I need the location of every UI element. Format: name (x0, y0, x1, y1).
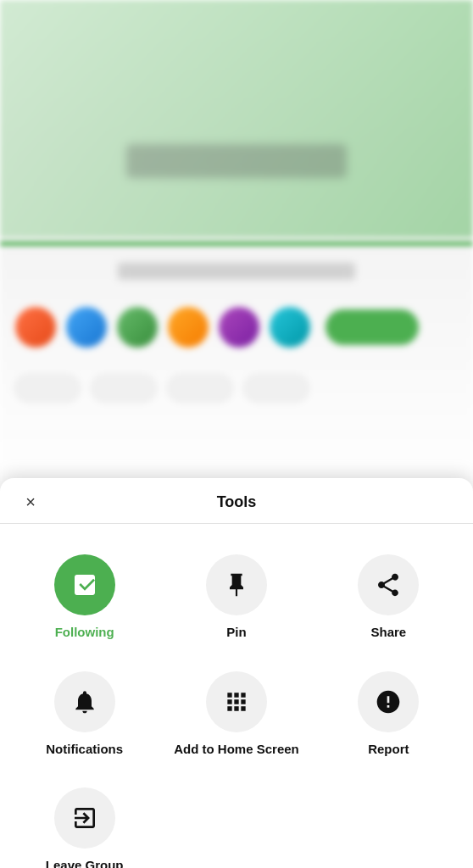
tools-bottom-sheet: × Tools Following Pin (0, 478, 473, 868)
following-icon-circle (54, 554, 115, 615)
avatar (14, 305, 58, 349)
report-label: Report (368, 741, 409, 758)
tab-photos (14, 373, 81, 403)
tool-add-home[interactable]: Add to Home Screen (160, 658, 312, 775)
background-blur (0, 0, 473, 492)
leave-group-label: Leave Group (46, 857, 124, 868)
avatar (115, 305, 159, 349)
notifications-label: Notifications (46, 741, 123, 758)
add-home-icon-circle (206, 671, 267, 732)
notifications-icon-circle (54, 671, 115, 732)
avatar-row (14, 305, 419, 349)
following-icon (71, 571, 98, 598)
follow-button-bg (326, 309, 419, 345)
leave-icon (71, 804, 98, 832)
pin-label: Pin (226, 624, 246, 641)
tab-row (14, 373, 310, 403)
tool-share[interactable]: Share (313, 541, 465, 658)
following-label: Following (55, 624, 114, 641)
pin-icon (223, 571, 250, 598)
share-icon (375, 571, 402, 598)
leave-icon-circle (54, 787, 115, 849)
bell-icon (71, 688, 98, 715)
share-label: Share (370, 624, 406, 641)
pin-icon-circle (206, 554, 267, 615)
avatar (268, 305, 312, 349)
avatar (64, 305, 109, 349)
share-icon-circle (358, 554, 419, 615)
tools-grid: Following Pin Share (0, 524, 473, 868)
blurred-title (126, 144, 347, 178)
sheet-header: × Tools (0, 478, 473, 524)
tab-albums (242, 373, 310, 403)
tool-leave-group[interactable]: Leave Group (8, 774, 160, 868)
sheet-title: Tools (217, 493, 257, 511)
avatar (166, 305, 210, 349)
tool-following[interactable]: Following (8, 541, 160, 658)
green-accent-bar (0, 242, 473, 246)
add-home-label: Add to Home Screen (174, 741, 299, 758)
report-icon-circle (358, 671, 419, 732)
exclamation-icon (375, 688, 402, 715)
tool-report[interactable]: Report (313, 658, 465, 775)
blurred-subtitle (118, 263, 355, 280)
tool-pin[interactable]: Pin (160, 541, 312, 658)
grid-icon (223, 688, 250, 715)
close-button[interactable]: × (17, 489, 44, 516)
avatar (217, 305, 261, 349)
tool-notifications[interactable]: Notifications (8, 658, 160, 775)
tab-events (90, 373, 158, 403)
tab-files (166, 373, 234, 403)
